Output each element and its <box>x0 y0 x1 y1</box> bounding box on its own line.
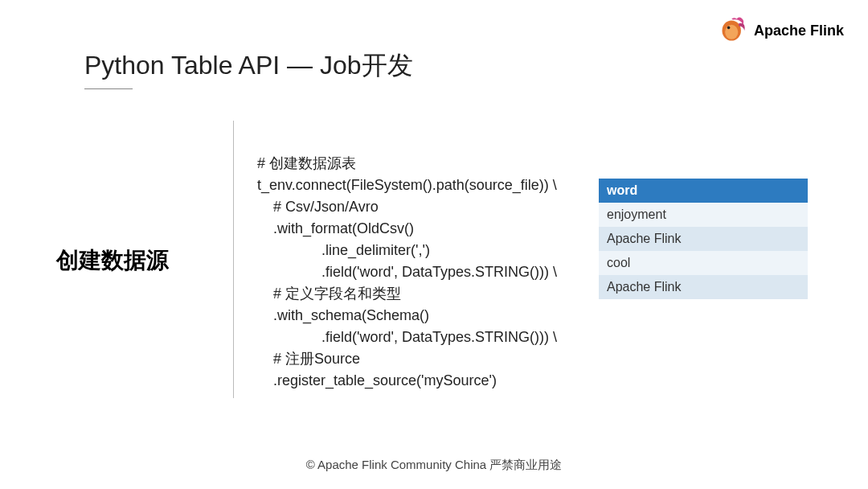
code-line: # 定义字段名和类型 <box>257 286 401 302</box>
flink-squirrel-icon <box>719 16 747 45</box>
section-label: 创建数据源 <box>56 245 169 276</box>
page-title: Python Table API — Job开发 <box>84 48 413 84</box>
vertical-divider <box>233 121 234 398</box>
table-cell: Apache Flink <box>599 275 808 299</box>
footer-text: © Apache Flink Community China 严禁商业用途 <box>0 458 868 473</box>
code-line: .with_format(OldCsv() <box>257 220 414 236</box>
code-line: .field('word', DataTypes.STRING())) \ <box>257 329 557 345</box>
table-header: word <box>599 179 808 203</box>
title-underline <box>84 88 133 89</box>
logo-text: Apache Flink <box>754 23 844 39</box>
table-cell: cool <box>599 251 808 275</box>
code-line: .register_table_source('mySource') <box>257 372 497 388</box>
code-line: .with_schema(Schema() <box>257 307 429 323</box>
table-row: Apache Flink <box>599 227 808 251</box>
logo-area: Apache Flink <box>719 16 844 45</box>
table-row: cool <box>599 251 808 275</box>
code-line: # 创建数据源表 <box>257 155 356 171</box>
sample-data-table: word enjoyment Apache Flink cool Apache … <box>599 179 808 299</box>
code-line: .line_delimiter(',') <box>257 242 430 258</box>
svg-point-1 <box>725 25 738 39</box>
table-row: Apache Flink <box>599 275 808 299</box>
code-line: .field('word', DataTypes.STRING())) \ <box>257 264 557 280</box>
svg-point-2 <box>727 27 731 30</box>
table-row: enjoyment <box>599 203 808 227</box>
code-line: t_env.connect(FileSystem().path(source_f… <box>257 177 557 193</box>
table-cell: enjoyment <box>599 203 808 227</box>
code-block: # 创建数据源表 t_env.connect(FileSystem().path… <box>257 153 557 392</box>
code-line: # 注册Source <box>257 351 360 367</box>
code-line: # Csv/Json/Avro <box>257 199 379 215</box>
table-cell: Apache Flink <box>599 227 808 251</box>
